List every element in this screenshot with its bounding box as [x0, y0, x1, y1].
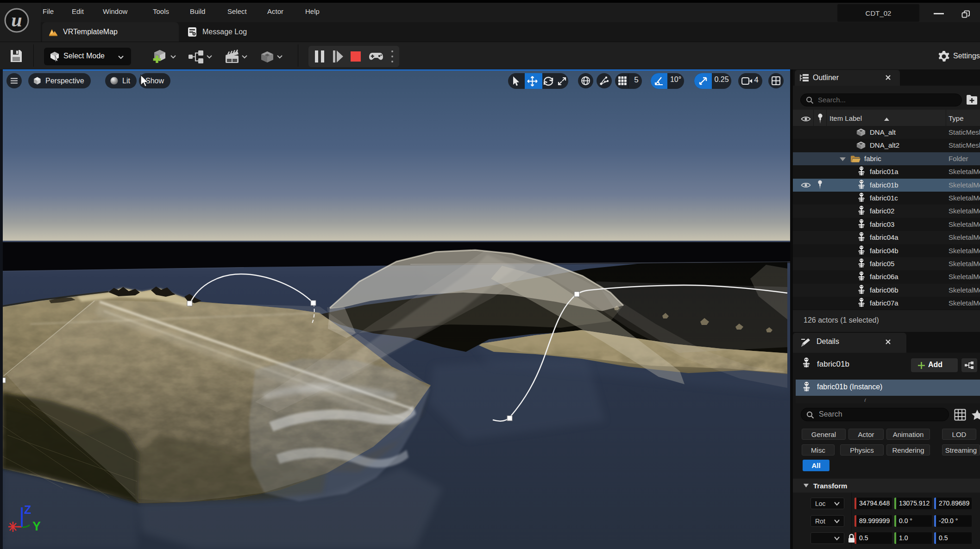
svg-text:u: u: [11, 9, 22, 31]
svg-text:Z: Z: [24, 503, 31, 516]
svg-text:Y: Y: [32, 519, 41, 533]
